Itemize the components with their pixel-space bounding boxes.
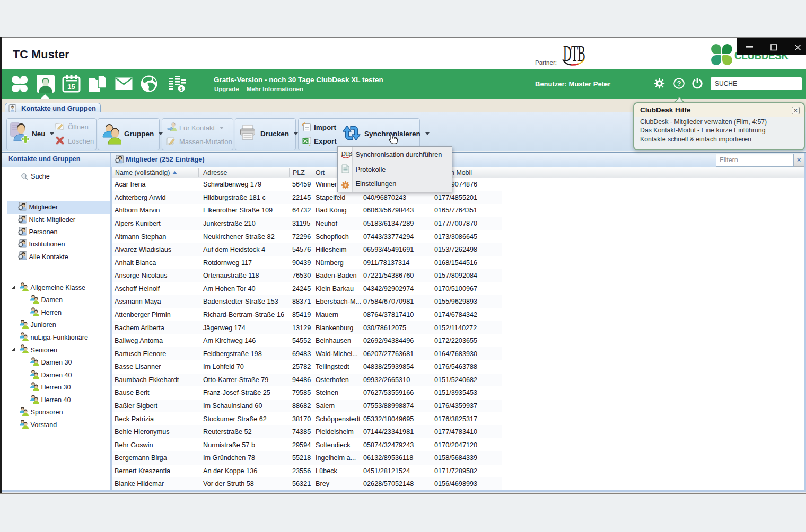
svg-text:$: $ [180, 86, 182, 92]
svg-text:?: ? [677, 80, 681, 87]
svg-text:15: 15 [67, 83, 75, 91]
svg-text:,: , [309, 142, 310, 146]
